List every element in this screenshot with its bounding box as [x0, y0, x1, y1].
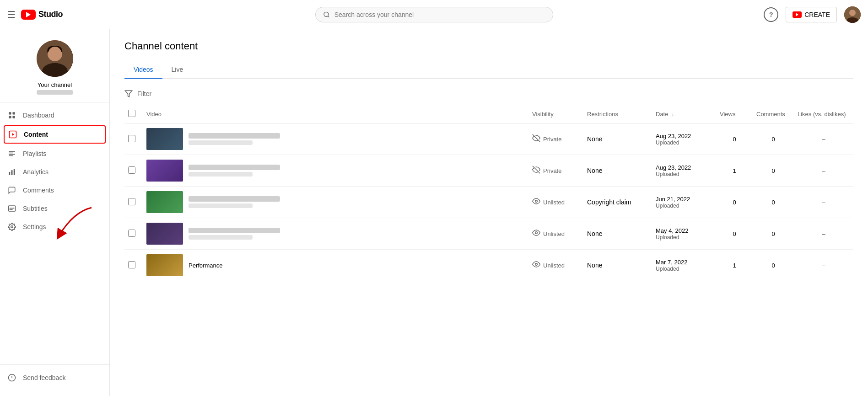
sidebar-item-send-feedback[interactable]: Send feedback	[0, 369, 109, 387]
row-checkbox-cell[interactable]	[124, 250, 143, 281]
restrictions-cell: None	[583, 250, 652, 281]
header-search-area	[117, 7, 751, 22]
table-row: Private None Aug 23, 2022 Uploaded 1 0 –	[124, 155, 853, 187]
visibility-cell: Private	[528, 123, 583, 155]
studio-logo-text: Studio	[38, 10, 63, 19]
main-layout: Your channel Dashboard	[0, 29, 868, 396]
visibility-label: Unlisted	[543, 262, 565, 269]
date-sub-value: Uploaded	[656, 234, 712, 241]
views-cell: 1	[716, 250, 753, 281]
views-cell: 0	[716, 187, 753, 218]
svg-point-3	[849, 10, 856, 16]
channel-area: Your channel	[0, 29, 109, 102]
date-cell: Mar 7, 2022 Uploaded	[652, 250, 716, 281]
sidebar: Your channel Dashboard	[0, 29, 110, 396]
row-checkbox[interactable]	[128, 166, 135, 174]
video-thumbnail[interactable]	[146, 160, 183, 182]
sidebar-item-label-settings: Settings	[23, 223, 46, 230]
likes-cell: –	[794, 218, 853, 250]
video-title: Performance	[189, 262, 222, 269]
feedback-icon	[7, 373, 16, 382]
create-button-label: CREATE	[804, 11, 830, 18]
date-sub-value: Uploaded	[656, 266, 712, 272]
restrictions-cell: None	[583, 123, 652, 155]
svg-point-0	[323, 12, 328, 16]
likes-cell: –	[794, 250, 853, 281]
sidebar-item-content[interactable]: Content	[4, 125, 106, 144]
video-cell	[143, 123, 528, 155]
row-checkbox[interactable]	[128, 198, 135, 205]
svg-rect-17	[9, 172, 10, 175]
date-cell: Aug 23, 2022 Uploaded	[652, 155, 716, 187]
search-bar[interactable]	[315, 7, 553, 22]
row-checkbox-cell[interactable]	[124, 187, 143, 218]
analytics-icon	[7, 167, 16, 177]
comments-cell: 0	[753, 123, 794, 155]
date-value: Jun 21, 2022	[656, 196, 712, 203]
channel-avatar-image	[37, 40, 73, 77]
tab-live[interactable]: Live	[162, 61, 193, 79]
sidebar-item-subtitles[interactable]: Subtitles	[0, 199, 109, 218]
header-checkbox[interactable]	[124, 105, 143, 123]
visibility-label: Unlisted	[543, 230, 565, 237]
tab-videos[interactable]: Videos	[124, 61, 162, 79]
svg-point-32	[535, 232, 538, 234]
search-icon	[323, 11, 330, 18]
sidebar-item-analytics[interactable]: Analytics	[0, 163, 109, 181]
svg-rect-10	[13, 116, 15, 118]
video-title-blurred	[189, 228, 280, 233]
header-video: Video	[143, 105, 528, 123]
channel-name-blurred	[37, 90, 73, 95]
sidebar-nav: Dashboard Content	[0, 102, 109, 240]
date-sub-value: Uploaded	[656, 139, 712, 146]
restrictions-cell: None	[583, 155, 652, 187]
video-thumbnail[interactable]	[146, 223, 183, 245]
sidebar-item-playlists[interactable]: Playlists	[0, 144, 109, 163]
visibility-cell: Unlisted	[528, 250, 583, 281]
sidebar-item-label-feedback: Send feedback	[23, 374, 65, 381]
select-all-checkbox[interactable]	[128, 110, 135, 117]
visibility-icon	[532, 197, 540, 207]
restrictions-cell: None	[583, 218, 652, 250]
page-title: Channel content	[124, 40, 853, 52]
video-thumbnail[interactable]	[146, 191, 183, 213]
header-right: ? CREATE	[751, 6, 861, 23]
row-checkbox[interactable]	[128, 230, 135, 237]
sidebar-item-label-comments: Comments	[23, 187, 54, 194]
row-checkbox-cell[interactable]	[124, 123, 143, 155]
sidebar-item-label-content: Content	[24, 131, 48, 138]
video-thumbnail[interactable]	[146, 254, 183, 276]
row-checkbox-cell[interactable]	[124, 155, 143, 187]
create-button[interactable]: CREATE	[786, 7, 837, 22]
logo-area: Studio	[21, 10, 63, 20]
row-checkbox-cell[interactable]	[124, 218, 143, 250]
svg-point-31	[535, 200, 538, 203]
hamburger-menu-icon[interactable]: ☰	[7, 9, 16, 20]
search-input[interactable]	[334, 11, 545, 18]
channel-avatar[interactable]	[37, 40, 73, 77]
row-checkbox[interactable]	[128, 261, 135, 268]
sidebar-item-comments[interactable]: Comments	[0, 181, 109, 199]
header-date[interactable]: Date ↓	[652, 105, 716, 123]
restrictions-value: None	[587, 262, 602, 269]
row-checkbox[interactable]	[128, 135, 135, 142]
help-icon[interactable]: ?	[764, 7, 778, 22]
video-info	[189, 133, 280, 145]
sidebar-item-dashboard[interactable]: Dashboard	[0, 106, 109, 124]
table-row: Unlisted Copyright claim Jun 21, 2022 Up…	[124, 187, 853, 218]
user-avatar[interactable]	[844, 6, 861, 23]
video-cell	[143, 187, 528, 218]
visibility-icon	[532, 166, 540, 176]
avatar-image	[844, 6, 861, 23]
sidebar-item-label-playlists: Playlists	[23, 150, 46, 157]
header-left: ☰ Studio	[7, 9, 117, 20]
views-cell: 1	[716, 155, 753, 187]
visibility-label: Private	[543, 167, 561, 174]
svg-marker-28	[125, 91, 132, 97]
video-thumbnail[interactable]	[146, 128, 183, 150]
filter-label[interactable]: Filter	[137, 90, 151, 97]
svg-rect-18	[11, 170, 13, 175]
likes-cell: –	[794, 187, 853, 218]
sidebar-item-settings[interactable]: Settings	[0, 218, 109, 236]
create-btn-play-icon	[793, 11, 802, 18]
